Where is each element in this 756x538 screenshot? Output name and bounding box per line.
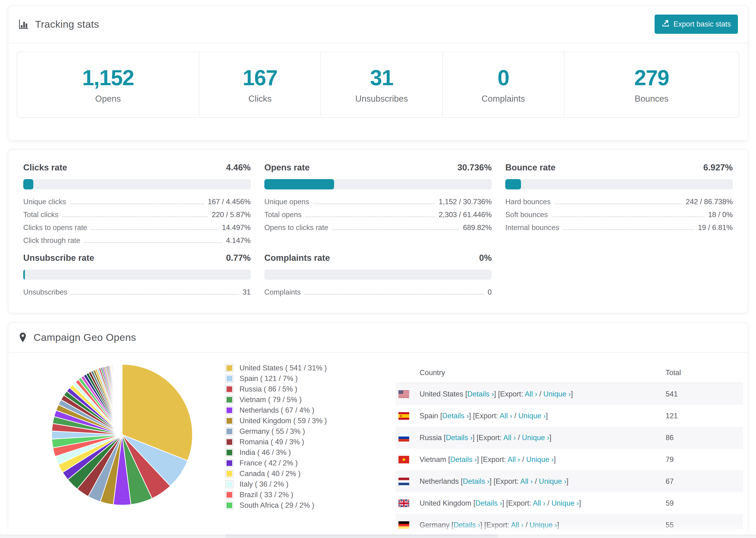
opens-rate-value: 30.736% (458, 163, 492, 173)
legend-label: France ( 42 / 2% ) (240, 459, 298, 467)
stat-label: Soft bounces (505, 211, 548, 219)
export-all-link-de[interactable]: All › (511, 521, 523, 529)
opens-rate-section: Opens rate 30.736% Unique opens1,152 / 3… (264, 163, 492, 245)
stat-row: Total opens2,303 / 61.446% (264, 212, 492, 219)
stat-row: Soft bounces18 / 0% (505, 212, 733, 219)
complaints-rate-title: Complaints rate (264, 253, 330, 263)
legend-swatch-icon (225, 491, 233, 499)
summary-stats-row: 1,152Opens167Clicks31Unsubscribes0Compla… (17, 52, 739, 118)
tracking-stats-page: Tracking stats Export basic stats 1,152O… (0, 5, 756, 538)
legend-label: Vietnam ( 79 / 5% ) (240, 396, 302, 404)
legend-item: Canada ( 40 / 2% ) (225, 469, 343, 478)
geo-content: United States ( 541 / 31% )Spain ( 121 /… (8, 352, 748, 536)
details-link-es[interactable]: Details › (442, 412, 469, 420)
total-cell: 67 (666, 477, 743, 486)
export-basic-stats-button[interactable]: Export basic stats (655, 15, 738, 34)
summary-label: Clicks (248, 94, 272, 104)
export-all-link-gb[interactable]: All › (533, 499, 545, 507)
stat-label: Total clicks (23, 211, 58, 219)
legend-swatch-icon (225, 480, 233, 488)
stat-row: Unsubscribes31 (23, 289, 251, 296)
stat-label: Unsubscribes (23, 288, 67, 296)
export-unique-link-gb[interactable]: Unique › (552, 499, 579, 507)
nl-flag-icon (399, 478, 409, 485)
total-cell: 121 (666, 412, 743, 420)
export-unique-link-nl[interactable]: Unique › (539, 477, 566, 485)
legend-swatch-icon (225, 427, 233, 435)
table-row-es: Spain [Details ›] [Export: All › / Uniqu… (396, 405, 743, 427)
summary-value: 31 (370, 66, 393, 90)
legend-swatch-icon (225, 470, 233, 478)
stat-row: Internal bounces19 / 6.81% (505, 225, 733, 232)
export-all-link-es[interactable]: All › (500, 412, 512, 420)
legend-label: Russia ( 86 / 5% ) (240, 385, 297, 394)
total-cell: 55 (666, 521, 743, 529)
clicks-rate-title: Clicks rate (23, 163, 67, 173)
bar-chart-icon (18, 19, 29, 29)
stat-value: 18 / 0% (708, 211, 733, 219)
export-unique-link-vn[interactable]: Unique › (526, 456, 554, 463)
complaints-rate-section: Complaints rate 0% Complaints0 (264, 253, 492, 296)
legend-label: United States ( 541 / 31% ) (240, 364, 327, 372)
legend-label: Netherlands ( 67 / 4% ) (240, 406, 314, 414)
dotted-leader (70, 203, 204, 204)
legend-label: South Africa ( 29 / 2% ) (240, 501, 314, 510)
details-link-de[interactable]: Details › (454, 521, 480, 529)
stat-value: 2,303 / 61.446% (439, 211, 492, 219)
summary-label: Bounces (635, 94, 669, 104)
legend-swatch-icon (225, 406, 233, 414)
legend-item: Spain ( 121 / 7% ) (225, 374, 343, 383)
details-link-us[interactable]: Details › (467, 390, 494, 398)
stat-label: Complaints (264, 288, 301, 296)
legend-swatch-icon (225, 396, 233, 404)
stat-label: Internal bounces (505, 224, 559, 232)
legend-item: United States ( 541 / 31% ) (225, 364, 343, 372)
table-row-us: United States [Details ›] [Export: All ›… (396, 383, 743, 405)
clicks-rate-value: 4.46% (226, 163, 251, 173)
summary-value: 0 (498, 66, 509, 90)
dotted-leader (71, 294, 239, 295)
legend-swatch-icon (225, 375, 233, 383)
country-cell: United States [Details ›] [Export: All ›… (419, 390, 666, 398)
stat-row: Hard bounces242 / 86.738% (505, 199, 733, 206)
details-link-vn[interactable]: Details › (450, 456, 477, 463)
de-flag-icon (399, 521, 409, 529)
stat-value: 14.497% (222, 224, 250, 232)
stat-value: 220 / 5.87% (212, 211, 250, 219)
geo-pie-chart (49, 362, 195, 536)
details-link-gb[interactable]: Details › (475, 499, 502, 507)
export-unique-link-ru[interactable]: Unique › (522, 434, 549, 442)
map-pin-icon (18, 332, 27, 343)
summary-value: 167 (243, 66, 278, 90)
ru-flag-icon (399, 434, 409, 442)
legend-label: Canada ( 40 / 2% ) (240, 469, 300, 478)
total-cell: 541 (666, 390, 743, 398)
details-link-ru[interactable]: Details › (446, 434, 473, 442)
horizontal-scrollbar-thumb[interactable] (225, 535, 498, 538)
legend-label: United Kingdom ( 59 / 3% ) (240, 417, 327, 425)
export-unique-link-us[interactable]: Unique › (543, 390, 571, 398)
export-unique-link-es[interactable]: Unique › (518, 412, 546, 420)
clicks-rate-progressbar (23, 179, 251, 189)
summary-label: Opens (95, 94, 121, 104)
geo-pie-legend: United States ( 541 / 31% )Spain ( 121 /… (225, 364, 343, 536)
country-column-header: Country (396, 368, 666, 377)
details-link-nl[interactable]: Details › (463, 477, 490, 485)
export-all-link-nl[interactable]: All › (520, 477, 533, 485)
stat-row: Click through rate4.147% (23, 238, 251, 245)
export-all-link-ru[interactable]: All › (503, 434, 516, 442)
stat-row: Opens to clicks rate689.82% (264, 225, 492, 232)
complaints-rate-progressbar (264, 269, 492, 280)
geo-table-header: Country Total (396, 363, 743, 383)
export-all-link-us[interactable]: All › (525, 390, 537, 398)
stat-label: Clicks to opens rate (23, 224, 87, 232)
geo-opens-header: Campaign Geo Opens (8, 323, 748, 352)
dotted-leader (554, 203, 682, 204)
table-row-nl: Netherlands [Details ›] [Export: All › /… (396, 470, 743, 492)
summary-label: Unsubscribes (355, 94, 408, 104)
export-all-link-vn[interactable]: All › (508, 456, 520, 463)
export-unique-link-de[interactable]: Unique › (530, 521, 557, 529)
total-column-header: Total (666, 368, 743, 377)
legend-label: India ( 46 / 3% ) (240, 448, 291, 457)
bounce-rate-progressbar (505, 179, 733, 189)
